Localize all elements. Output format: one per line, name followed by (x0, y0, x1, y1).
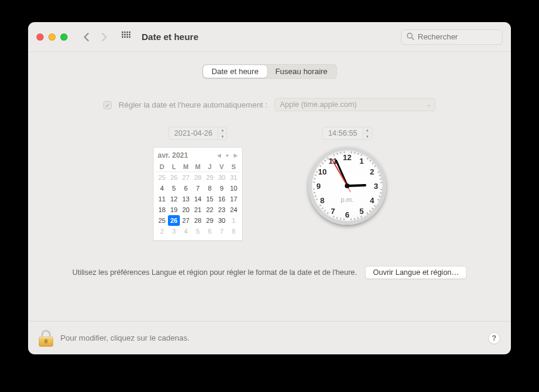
calendar-today[interactable]: ● (226, 152, 229, 158)
svg-point-1 (124, 32, 126, 33)
help-button[interactable]: ? (488, 332, 500, 344)
calendar-day[interactable]: 29 (204, 172, 216, 183)
date-stepper[interactable]: 2021-04-26 ▲ ▼ (169, 127, 228, 140)
svg-point-11 (129, 36, 131, 38)
calendar-day[interactable]: 18 (156, 204, 168, 215)
calendar-day[interactable]: 8 (228, 226, 240, 237)
clock-numeral: 5 (359, 206, 363, 215)
calendar[interactable]: avr. 2021 ◀ ● ▶ DLMMJVS25262728293031456… (153, 147, 243, 241)
svg-point-10 (127, 36, 128, 38)
time-server-value: Apple (time.apple.com) (280, 100, 357, 109)
calendar-day[interactable]: 3 (168, 226, 180, 237)
calendar-day[interactable]: 1 (228, 215, 240, 226)
calendar-day[interactable]: 11 (156, 194, 168, 204)
back-button[interactable] (79, 30, 93, 44)
date-stepper-arrows[interactable]: ▲ ▼ (218, 127, 226, 139)
calendar-day[interactable]: 27 (180, 172, 192, 183)
calendar-day[interactable]: 13 (180, 194, 192, 204)
calendar-day[interactable]: 30 (216, 172, 228, 183)
calendar-day[interactable]: 16 (216, 194, 228, 204)
calendar-day[interactable]: 19 (168, 204, 180, 215)
calendar-day[interactable]: 25 (156, 215, 168, 226)
svg-point-2 (127, 32, 128, 33)
window-title: Date et heure (142, 32, 198, 42)
svg-point-3 (129, 32, 131, 33)
calendar-day[interactable]: 22 (204, 204, 216, 215)
calendar-day[interactable]: 23 (216, 204, 228, 215)
calendar-day-header: V (216, 162, 228, 172)
calendar-day[interactable]: 15 (204, 194, 216, 204)
clock-center-cap (345, 183, 350, 188)
chevron-up-icon: ▲ (363, 127, 372, 134)
calendar-day[interactable]: 26 (168, 172, 180, 183)
calendar-month-label: avr. 2021 (158, 151, 188, 160)
calendar-day[interactable]: 6 (204, 226, 216, 237)
calendar-day[interactable]: 28 (192, 172, 204, 183)
svg-point-9 (124, 36, 126, 38)
calendar-day[interactable]: 28 (192, 215, 204, 226)
time-stepper-arrows[interactable]: ▲ ▼ (363, 127, 372, 139)
time-column: 14:56:55 ▲ ▼ p.m. 123456789101112 (308, 127, 386, 241)
date-value: 2021-04-26 (169, 129, 218, 137)
content-area: Date et heure Fuseau horaire ✓ Régler la… (28, 52, 511, 321)
calendar-day[interactable]: 7 (216, 226, 228, 237)
clock-numeral: 9 (316, 182, 320, 191)
calendar-day[interactable]: 17 (228, 194, 240, 204)
calendar-day[interactable]: 8 (204, 183, 216, 194)
clock-numeral: 2 (370, 167, 374, 176)
calendar-day[interactable]: 7 (192, 183, 204, 194)
tab-date-time[interactable]: Date et heure (203, 65, 267, 78)
calendar-day[interactable]: 5 (168, 183, 180, 194)
time-server-combo[interactable]: Apple (time.apple.com) ⌵ (274, 98, 436, 111)
tab-timezone[interactable]: Fuseau horaire (267, 65, 336, 78)
calendar-day[interactable]: 5 (192, 226, 204, 237)
calendar-next-month[interactable]: ▶ (234, 152, 238, 158)
search-icon (406, 32, 414, 42)
zoom-window-button[interactable] (60, 33, 68, 41)
calendar-day[interactable]: 14 (192, 194, 204, 204)
calendar-day[interactable]: 26 (168, 215, 180, 226)
format-hint-row: Utilisez les préférences Langue et régio… (28, 266, 511, 279)
calendar-prev-month[interactable]: ◀ (217, 152, 221, 158)
show-all-prefs-button[interactable] (121, 31, 131, 42)
calendar-day[interactable]: 30 (216, 215, 228, 226)
calendar-day[interactable]: 10 (228, 183, 240, 194)
clock-hour-hand (347, 184, 366, 187)
calendar-day[interactable]: 24 (228, 204, 240, 215)
calendar-day[interactable]: 4 (156, 183, 168, 194)
calendar-day[interactable]: 6 (180, 183, 192, 194)
clock-numeral: 12 (343, 153, 351, 162)
close-window-button[interactable] (36, 33, 44, 41)
svg-point-7 (129, 34, 131, 36)
calendar-day-header: J (204, 162, 216, 172)
chevron-down-icon: ▼ (363, 134, 372, 140)
calendar-day-header: M (192, 162, 204, 172)
auto-datetime-row: ✓ Régler la date et l'heure automatiquem… (47, 98, 492, 111)
search-field[interactable] (401, 29, 503, 45)
calendar-day[interactable]: 12 (168, 194, 180, 204)
window-controls (36, 33, 68, 41)
clock-numeral: 11 (329, 157, 337, 166)
calendar-day[interactable]: 4 (180, 226, 192, 237)
calendar-day[interactable]: 9 (216, 183, 228, 194)
forward-button[interactable] (97, 30, 111, 44)
chevron-up-icon: ▲ (218, 127, 226, 134)
preferences-window: Date et heure Date et heure Fuseau horai… (28, 22, 511, 354)
calendar-day[interactable]: 27 (180, 215, 192, 226)
search-input[interactable] (418, 32, 518, 41)
svg-point-4 (122, 34, 124, 36)
minimize-window-button[interactable] (48, 33, 56, 41)
calendar-day[interactable]: 21 (192, 204, 204, 215)
lock-icon[interactable] (39, 330, 53, 347)
titlebar: Date et heure (28, 22, 511, 52)
calendar-day[interactable]: 31 (228, 172, 240, 183)
clock-numeral: 10 (318, 167, 326, 176)
calendar-day[interactable]: 29 (204, 215, 216, 226)
calendar-day[interactable]: 25 (156, 172, 168, 183)
calendar-day[interactable]: 2 (156, 226, 168, 237)
auto-datetime-checkbox[interactable]: ✓ (103, 101, 112, 109)
open-language-region-button[interactable]: Ouvrir Langue et région… (365, 266, 467, 279)
svg-point-5 (124, 34, 126, 36)
calendar-day[interactable]: 20 (180, 204, 192, 215)
time-stepper[interactable]: 14:56:55 ▲ ▼ (322, 127, 372, 140)
